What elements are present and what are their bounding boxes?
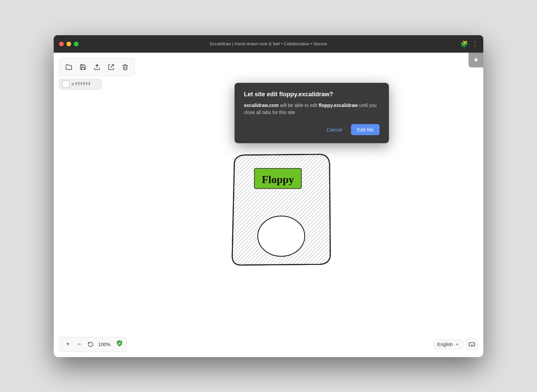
extensions-icon[interactable]: 🧩	[460, 40, 468, 48]
dialog-domain: excalidraw.com	[244, 103, 279, 108]
permission-dialog: Let site edit floppy.excalidraw? excalid…	[235, 83, 389, 143]
cancel-button[interactable]: Cancel	[321, 124, 348, 135]
app-content: #	[54, 53, 483, 357]
dialog-filename: floppy.excalidraw	[319, 103, 358, 108]
title-bar-right: 🧩 ⋮	[460, 40, 478, 48]
dialog-body-text2: will be able to edit	[279, 103, 319, 108]
dialog-title: Let site edit floppy.excalidraw?	[244, 91, 380, 98]
traffic-lights	[59, 42, 79, 46]
edit-file-button[interactable]: Edit file	[351, 124, 380, 135]
close-button[interactable]	[59, 42, 64, 46]
maximize-button[interactable]	[74, 42, 79, 46]
minimize-button[interactable]	[66, 42, 71, 46]
menu-icon[interactable]: ⋮	[472, 40, 478, 48]
page-title: Excalidraw | Hand-drawn look & feel • Co…	[210, 41, 327, 46]
dialog-body: excalidraw.com will be able to edit flop…	[244, 102, 380, 116]
browser-window: Excalidraw | Hand-drawn look & feel • Co…	[54, 35, 483, 357]
dialog-actions: Cancel Edit file	[244, 124, 380, 135]
dialog-overlay: Let site edit floppy.excalidraw? excalid…	[54, 53, 483, 357]
title-bar: Excalidraw | Hand-drawn look & feel • Co…	[54, 35, 483, 53]
